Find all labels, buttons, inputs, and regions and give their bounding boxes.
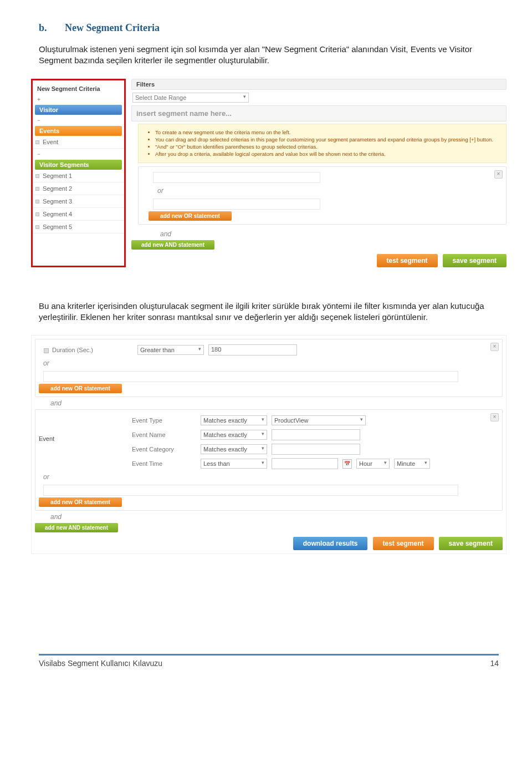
calendar-icon[interactable]: 📅 bbox=[342, 459, 352, 469]
operator-select[interactable]: Matches exactly bbox=[201, 444, 267, 454]
value-input[interactable]: 180 bbox=[208, 344, 297, 355]
expand-icon[interactable]: ＋ bbox=[33, 94, 124, 105]
criteria-sidebar: New Segment Criteria ＋ Visitor － Events … bbox=[31, 79, 126, 267]
sidebar-title: New Segment Criteria bbox=[33, 83, 124, 94]
sidebar-item-segment[interactable]: Segment 4 bbox=[33, 208, 124, 221]
sidebar-header-visitor-segments[interactable]: Visitor Segments bbox=[35, 160, 122, 170]
and-label: and bbox=[145, 228, 176, 240]
or-label: or bbox=[142, 185, 168, 197]
test-segment-button[interactable]: test segment bbox=[377, 254, 438, 267]
sidebar-item-event[interactable]: Event bbox=[33, 136, 124, 149]
event-field-label: Event Name bbox=[130, 429, 196, 440]
add-or-button[interactable]: add new OR statement bbox=[149, 211, 232, 221]
save-segment-button[interactable]: save segment bbox=[439, 537, 503, 550]
sidebar-header-events[interactable]: Events bbox=[35, 126, 122, 136]
page-footer: Visilabs Segment Kullanıcı Kılavuzu 14 bbox=[39, 654, 499, 668]
sidebar-item-segment[interactable]: Segment 1 bbox=[33, 170, 124, 182]
operator-select[interactable]: Less than bbox=[201, 459, 267, 469]
criteria-group-duration: × Duration (Sec.) Greater than 180 or ad… bbox=[35, 339, 503, 397]
or-label: or bbox=[39, 357, 54, 369]
criteria-drop-slot[interactable] bbox=[43, 371, 458, 382]
value-input[interactable] bbox=[272, 429, 360, 440]
close-icon[interactable]: × bbox=[490, 413, 499, 421]
add-or-button[interactable]: add new OR statement bbox=[39, 384, 122, 393]
hint-item: "And" or "Or" button identifies parenthe… bbox=[155, 143, 499, 150]
close-icon[interactable]: × bbox=[490, 343, 499, 351]
criteria-group: × or add new OR statement bbox=[138, 166, 507, 225]
criteria-drop-slot[interactable] bbox=[43, 485, 458, 496]
criteria-drop-slot[interactable] bbox=[153, 172, 320, 183]
or-label: or bbox=[39, 471, 54, 483]
download-results-button[interactable]: download results bbox=[293, 537, 368, 550]
value-input[interactable] bbox=[272, 444, 360, 455]
event-field-label: Event Type bbox=[130, 415, 196, 426]
screenshot-1: New Segment Criteria ＋ Visitor － Events … bbox=[31, 79, 507, 267]
paragraph-1: Oluşturulmak istenen yeni segment için s… bbox=[39, 44, 499, 67]
value-select[interactable]: ProductView bbox=[272, 415, 366, 425]
minute-select[interactable]: Minute bbox=[394, 459, 430, 469]
collapse-icon[interactable]: － bbox=[33, 115, 124, 126]
footer-title: Visilabs Segment Kullanıcı Kılavuzu bbox=[39, 659, 162, 668]
add-and-button[interactable]: add new AND statement bbox=[35, 523, 118, 532]
paragraph-2: Bu ana kriterler içerisinden oluşturulac… bbox=[39, 301, 499, 323]
criteria-group-event: × Event Event Type Matches exactly Produ… bbox=[35, 409, 503, 511]
hour-select[interactable]: Hour bbox=[356, 459, 390, 469]
add-and-button[interactable]: add new AND statement bbox=[131, 240, 214, 250]
screenshot-2: × Duration (Sec.) Greater than 180 or ad… bbox=[31, 335, 507, 554]
test-segment-button[interactable]: test segment bbox=[373, 537, 434, 550]
section-title: New Segment Criteria bbox=[65, 22, 160, 33]
sidebar-header-visitor[interactable]: Visitor bbox=[35, 105, 122, 115]
sidebar-item-segment[interactable]: Segment 2 bbox=[33, 182, 124, 195]
hint-item: You can drag and drop selected criterias… bbox=[155, 136, 499, 143]
criteria-drop-slot[interactable] bbox=[153, 199, 320, 210]
event-field-label: Event Category bbox=[130, 444, 196, 455]
operator-select[interactable]: Greater than bbox=[137, 345, 204, 355]
footer-page-number: 14 bbox=[490, 659, 499, 668]
add-or-button[interactable]: add new OR statement bbox=[39, 497, 122, 507]
hint-item: To create a new segment use the criteria… bbox=[155, 129, 499, 136]
operator-select[interactable]: Matches exactly bbox=[201, 430, 267, 440]
hint-item: After you drop a criteria, available log… bbox=[155, 150, 499, 158]
section-heading: b. New Segment Criteria bbox=[39, 22, 499, 34]
criteria-chip-event[interactable]: Event bbox=[39, 435, 116, 442]
value-input[interactable] bbox=[272, 458, 338, 469]
and-label: and bbox=[35, 397, 66, 409]
collapse-icon[interactable]: － bbox=[33, 149, 124, 160]
filters-panel: Filters Select Date Range insert segment… bbox=[131, 79, 507, 267]
sidebar-item-segment[interactable]: Segment 5 bbox=[33, 221, 124, 233]
section-label: b. bbox=[39, 22, 47, 33]
criteria-chip-duration[interactable]: Duration (Sec.) bbox=[41, 344, 133, 355]
hint-box: To create a new segment use the criteria… bbox=[138, 124, 507, 163]
filters-title: Filters bbox=[131, 79, 507, 90]
sidebar-item-segment[interactable]: Segment 3 bbox=[33, 195, 124, 208]
close-icon[interactable]: × bbox=[494, 170, 503, 179]
segment-name-input[interactable]: insert segment name here... bbox=[131, 105, 507, 121]
operator-select[interactable]: Matches exactly bbox=[201, 415, 267, 425]
save-segment-button[interactable]: save segment bbox=[443, 254, 507, 267]
event-field-label: Event Time bbox=[130, 458, 196, 469]
date-range-select[interactable]: Select Date Range bbox=[132, 93, 249, 103]
and-label: and bbox=[35, 511, 66, 523]
